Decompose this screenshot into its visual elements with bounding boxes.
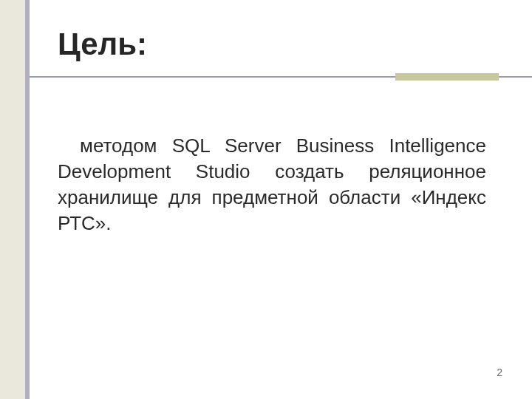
slide-title: Цель: xyxy=(58,27,147,62)
page-number: 2 xyxy=(497,366,502,378)
accent-bar xyxy=(395,73,499,81)
slide-body: методом SQL Server Business Intelligence… xyxy=(58,133,486,236)
sidebar-decoration xyxy=(0,0,30,399)
